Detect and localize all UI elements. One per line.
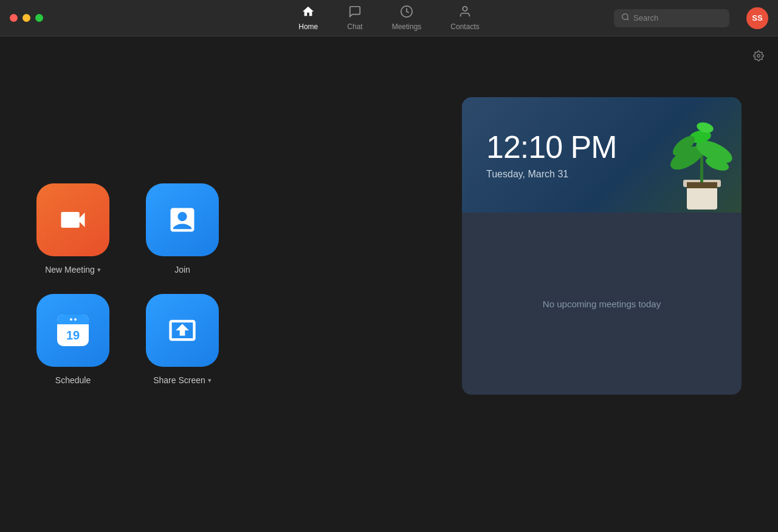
action-row-1: New Meeting ▾ Join [36, 183, 219, 275]
avatar[interactable]: SS [746, 7, 768, 29]
share-screen-item[interactable]: Share Screen ▾ [146, 294, 219, 385]
svg-point-2 [622, 13, 628, 19]
share-screen-label[interactable]: Share Screen ▾ [153, 375, 212, 385]
main-content: New Meeting ▾ Join [0, 36, 778, 532]
svg-point-1 [463, 7, 467, 11]
search-input[interactable] [633, 13, 722, 22]
nav-item-contacts[interactable]: Contacts [436, 0, 494, 36]
close-button[interactable] [10, 14, 18, 22]
action-row-2: 19 Schedule Share Screen [36, 294, 219, 385]
contacts-icon [458, 5, 472, 20]
maximize-button[interactable] [35, 14, 43, 22]
svg-rect-7 [687, 182, 717, 188]
nav-item-home[interactable]: Home [284, 0, 332, 36]
search-bar[interactable] [614, 9, 729, 27]
meetings-section: No upcoming meetings today [462, 213, 742, 395]
traffic-lights [0, 14, 43, 22]
schedule-button[interactable]: 19 [36, 294, 109, 367]
meetings-icon [400, 5, 413, 20]
join-button[interactable] [146, 183, 219, 256]
action-grid: New Meeting ▾ Join [0, 36, 462, 532]
clock-section: 12:10 PM Tuesday, March 31 [462, 97, 742, 213]
settings-button[interactable] [749, 46, 768, 66]
nav-item-chat[interactable]: Chat [332, 0, 377, 36]
avatar-initials: SS [752, 13, 762, 22]
minimize-button[interactable] [22, 14, 30, 22]
no-meetings-text: No upcoming meetings today [543, 299, 661, 309]
schedule-item[interactable]: 19 Schedule [36, 294, 109, 385]
nav-label-contacts: Contacts [450, 22, 479, 31]
svg-point-4 [757, 55, 760, 58]
nav-label-chat: Chat [347, 22, 362, 31]
new-meeting-button[interactable] [36, 183, 109, 256]
search-icon [621, 13, 630, 24]
titlebar: Home Chat Meetings [0, 0, 778, 36]
share-screen-button[interactable] [146, 294, 219, 367]
svg-line-3 [627, 18, 629, 20]
home-icon [301, 5, 315, 20]
plant-decoration [656, 103, 742, 213]
nav-label-home: Home [298, 22, 318, 31]
chevron-down-icon-share: ▾ [208, 377, 212, 384]
new-meeting-label[interactable]: New Meeting ▾ [45, 265, 101, 275]
chat-icon [348, 5, 362, 20]
chevron-down-icon: ▾ [97, 266, 101, 274]
nav-label-meetings: Meetings [392, 22, 422, 31]
join-label: Join [174, 265, 190, 275]
schedule-label: Schedule [55, 375, 91, 385]
new-meeting-item[interactable]: New Meeting ▾ [36, 183, 109, 275]
nav-item-meetings[interactable]: Meetings [377, 0, 436, 36]
calendar-panel: 12:10 PM Tuesday, March 31 No upcoming m… [462, 97, 742, 395]
join-item[interactable]: Join [146, 183, 219, 275]
